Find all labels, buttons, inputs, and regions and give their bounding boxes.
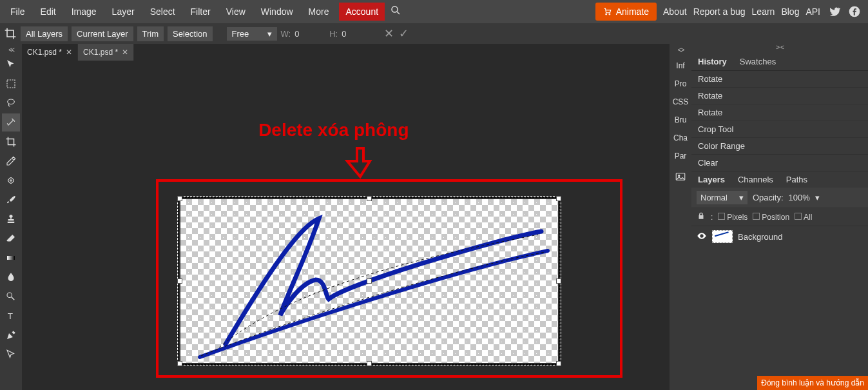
panel-tab-character[interactable]: Cha	[673, 132, 688, 144]
menu-file[interactable]: File	[3, 1, 33, 22]
dodge-tool-icon[interactable]	[2, 288, 20, 306]
image-panel-icon[interactable]	[675, 170, 686, 183]
animate-button[interactable]: Animate	[595, 3, 657, 21]
close-icon[interactable]: ✕	[122, 48, 128, 57]
panel-tab-css[interactable]: CSS	[673, 95, 689, 108]
history-item[interactable]: Color Range	[691, 138, 868, 155]
lock-position-checkbox[interactable]: Position	[753, 213, 789, 222]
transform-handle[interactable]	[556, 278, 561, 284]
opt-all-layers[interactable]: All Layers	[21, 26, 68, 41]
lock-icon	[697, 211, 706, 222]
tab-paths[interactable]: Paths	[780, 171, 814, 188]
tab-history[interactable]: History	[691, 53, 733, 70]
canvas-area[interactable]: CK1.psd * ✕ CK1.psd * ✕ Delete xóa phông	[22, 44, 670, 390]
menu-layer[interactable]: Layer	[104, 1, 142, 22]
brush-tool-icon[interactable]	[2, 191, 20, 209]
eraser-tool-icon[interactable]	[2, 229, 20, 248]
document-tab-1[interactable]: CK1.psd * ✕	[22, 44, 78, 61]
history-item[interactable]: Rotate	[691, 104, 868, 121]
panel-tab-properties[interactable]: Pro	[675, 77, 687, 90]
history-item[interactable]: Rotate	[691, 88, 868, 104]
search-icon[interactable]	[390, 5, 401, 19]
cancel-icon[interactable]: ✕	[384, 26, 394, 41]
menu-account[interactable]: Account	[339, 3, 385, 21]
expand-panels-icon[interactable]: < >	[678, 46, 683, 54]
close-icon[interactable]: ✕	[66, 48, 72, 57]
link-report-bug[interactable]: Report a bug	[693, 6, 746, 17]
height-value[interactable]: 0	[342, 29, 357, 39]
gradient-tool-icon[interactable]	[2, 249, 20, 267]
chevron-down-icon[interactable]: ▾	[815, 193, 820, 202]
panel-tab-brush[interactable]: Bru	[675, 113, 687, 126]
opt-selection[interactable]: Selection	[168, 26, 212, 41]
menu-window[interactable]: Window	[253, 1, 301, 22]
tab-layers[interactable]: Layers	[691, 171, 731, 188]
opt-trim[interactable]: Trim	[137, 26, 164, 41]
visibility-eye-icon[interactable]	[697, 231, 707, 243]
tab-swatches[interactable]: Swatches	[733, 53, 782, 70]
tab-channels[interactable]: Channels	[731, 171, 780, 188]
bottom-banner[interactable]: Đóng bình luận và hướng dẫn	[757, 376, 868, 390]
eyedropper-tool-icon[interactable]	[2, 152, 20, 170]
panel-tab-paragraph[interactable]: Par	[675, 150, 687, 162]
transform-handle[interactable]	[177, 196, 182, 201]
opacity-value[interactable]: 100%	[789, 193, 810, 202]
lock-all-checkbox[interactable]: All	[795, 213, 812, 222]
blend-mode-select[interactable]: Normal ▾	[697, 191, 747, 204]
blend-mode-value: Normal	[700, 193, 728, 202]
menu-view[interactable]: View	[218, 1, 253, 22]
canvas[interactable]	[180, 199, 558, 363]
menu-image[interactable]: Image	[64, 1, 104, 22]
transform-handle[interactable]	[367, 278, 372, 284]
document-tab-2[interactable]: CK1.psd * ✕	[78, 44, 134, 61]
aspect-value: Free	[232, 29, 249, 39]
link-learn[interactable]: Learn	[752, 6, 775, 17]
history-item[interactable]: Rotate	[691, 71, 868, 88]
lock-pixels-checkbox[interactable]: Pixels	[718, 213, 747, 222]
link-api[interactable]: API	[805, 6, 820, 17]
transform-handle[interactable]	[177, 278, 182, 284]
healing-tool-icon[interactable]	[2, 171, 20, 190]
blur-tool-icon[interactable]	[2, 268, 20, 286]
transform-handle[interactable]	[556, 196, 561, 201]
menu-more[interactable]: More	[301, 1, 337, 22]
stamp-tool-icon[interactable]	[2, 210, 20, 228]
aspect-select[interactable]: Free ▾	[227, 27, 277, 41]
history-item[interactable]: Crop Tool	[691, 121, 868, 138]
link-blog[interactable]: Blog	[781, 6, 799, 17]
document-tab-2-title: CK1.psd *	[83, 48, 118, 57]
confirm-icon[interactable]: ✓	[399, 26, 409, 41]
width-value[interactable]: 0	[294, 29, 310, 39]
transform-handle[interactable]	[177, 361, 182, 366]
panel-tab-info[interactable]: Inf	[676, 59, 684, 72]
svg-point-6	[8, 99, 15, 104]
move-tool-icon[interactable]	[2, 55, 20, 73]
facebook-icon[interactable]	[847, 5, 862, 19]
layer-name[interactable]: Background	[738, 232, 782, 242]
magic-wand-tool-icon[interactable]	[2, 113, 20, 132]
collapse-toolbox-icon[interactable]: <<	[8, 46, 14, 54]
layer-row[interactable]: Background	[691, 226, 868, 247]
type-tool-icon[interactable]: T	[2, 307, 20, 325]
history-panel-tabs: History Swatches	[691, 53, 868, 71]
animate-label: Animate	[616, 6, 649, 17]
marquee-tool-icon[interactable]	[2, 75, 20, 93]
opt-current-layer[interactable]: Current Layer	[72, 26, 133, 41]
menu-edit[interactable]: Edit	[33, 1, 64, 22]
menu-select[interactable]: Select	[142, 1, 183, 22]
twitter-icon[interactable]	[827, 5, 841, 19]
menu-filter[interactable]: Filter	[183, 1, 218, 22]
svg-point-9	[7, 293, 12, 298]
history-item[interactable]: Clear	[691, 155, 868, 171]
pen-tool-icon[interactable]	[2, 326, 20, 344]
link-about[interactable]: About	[663, 6, 687, 17]
collapsed-panels-strip: < > Inf Pro CSS Bru Cha Par	[670, 44, 691, 390]
lasso-tool-icon[interactable]	[2, 94, 20, 112]
path-select-tool-icon[interactable]	[2, 346, 20, 364]
layer-thumbnail[interactable]	[712, 230, 733, 243]
transform-handle[interactable]	[367, 196, 372, 201]
transform-handle[interactable]	[556, 361, 561, 366]
transform-handle[interactable]	[367, 361, 372, 366]
crop-tool-icon[interactable]	[2, 133, 20, 151]
collapse-right-panel-icon[interactable]: > <	[691, 44, 868, 53]
